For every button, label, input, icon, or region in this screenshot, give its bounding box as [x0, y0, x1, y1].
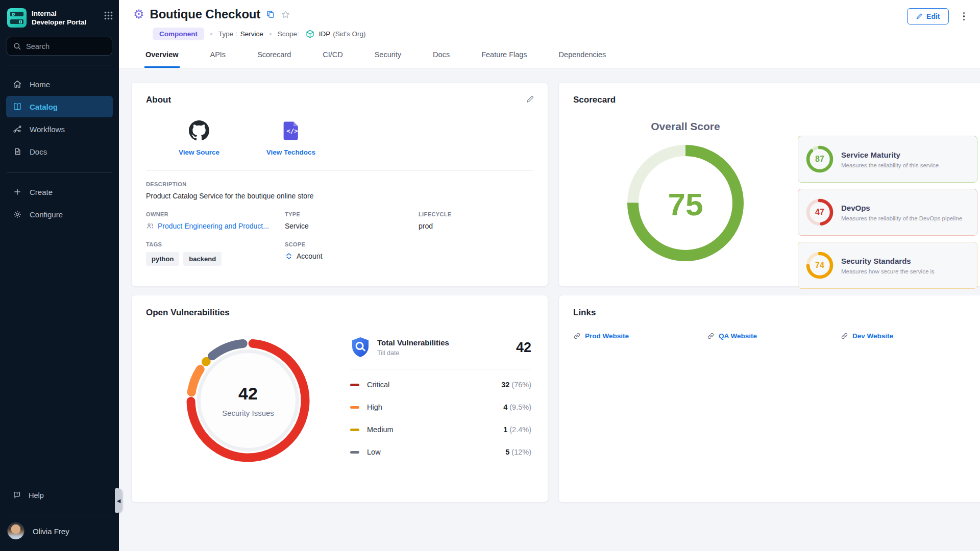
- sidebar-divider: [7, 172, 112, 173]
- scope-value: IDP: [319, 30, 331, 38]
- qa-website-link[interactable]: QA Website: [707, 332, 841, 340]
- about-card: About View Source </> View Techdocs: [131, 82, 548, 287]
- svg-text:?: ?: [16, 492, 18, 496]
- edit-button[interactable]: Edit: [907, 8, 948, 24]
- search-placeholder: Search: [26, 42, 50, 51]
- plus-icon: [13, 187, 22, 196]
- sidebar-item-home[interactable]: Home: [6, 73, 113, 95]
- overall-score-block: Overall Score 75: [573, 111, 798, 289]
- catalog-icon: [13, 102, 22, 111]
- scope-org: (Sid's Org): [333, 30, 365, 38]
- high-swatch: [350, 406, 359, 409]
- cube-icon: [305, 29, 315, 39]
- scorecard-item-service-maturity[interactable]: 87 Service Maturity Measures the reliabi…: [798, 136, 977, 183]
- mini-donut: 47: [805, 198, 834, 227]
- critical-swatch: [350, 384, 359, 386]
- sidebar-item-catalog[interactable]: Catalog: [6, 96, 113, 117]
- dev-website-link[interactable]: Dev Website: [841, 332, 977, 340]
- sidebar-divider: [7, 65, 112, 65]
- tab-security[interactable]: Security: [374, 51, 402, 68]
- tab-bar: Overview APIs Scorecard CI/CD Security D…: [144, 51, 980, 68]
- tag-chip[interactable]: backend: [183, 252, 222, 266]
- techdocs-icon: </>: [281, 134, 301, 142]
- divider: [350, 369, 531, 369]
- tab-feature-flags[interactable]: Feature Flags: [480, 51, 528, 68]
- divider: [146, 170, 533, 171]
- search-input[interactable]: Search: [7, 37, 112, 56]
- svg-text:</>: </>: [286, 127, 298, 135]
- github-icon: [189, 134, 209, 142]
- avatar: [7, 522, 24, 540]
- sidebar-item-workflows[interactable]: Workflows: [6, 118, 113, 140]
- scorecard-card: Scorecard Overall Score 75 87: [558, 82, 980, 287]
- app-logo: [7, 8, 27, 28]
- link-icon: [841, 332, 848, 340]
- tags-field: TAGS python backend: [146, 241, 285, 266]
- edit-about-icon[interactable]: [526, 95, 534, 106]
- gear-icon: [13, 210, 22, 219]
- type-label: Type :: [218, 30, 237, 38]
- sidebar-item-docs[interactable]: Docs: [6, 141, 113, 162]
- group-icon: [146, 222, 154, 230]
- prod-website-link[interactable]: Prod Website: [573, 332, 707, 340]
- account-scope-icon: [285, 252, 293, 260]
- mini-donut: 74: [805, 251, 834, 280]
- sidebar-collapse-handle[interactable]: ◀: [115, 488, 122, 513]
- scorecard-item-devops[interactable]: 47 DevOps Measures the reliability of th…: [798, 189, 977, 236]
- user-menu[interactable]: Olivia Frey: [0, 515, 119, 551]
- type-field: TYPE Service: [285, 211, 419, 230]
- vulnerabilities-card: Open Vulnerabilities 42 Security Issues: [131, 295, 548, 503]
- user-name: Olivia Frey: [33, 527, 69, 536]
- docs-icon: [13, 147, 22, 156]
- tab-docs[interactable]: Docs: [432, 51, 451, 68]
- links-card: Links Prod Website QA Website: [558, 295, 980, 503]
- copy-icon[interactable]: [266, 10, 275, 19]
- mini-donut: 87: [805, 145, 834, 173]
- sidebar-item-create[interactable]: Create: [6, 181, 113, 203]
- description-field: DESCRIPTION Product Catalog Service for …: [146, 181, 533, 200]
- tab-apis[interactable]: APIs: [209, 51, 227, 68]
- tag-chip[interactable]: python: [146, 252, 179, 266]
- overall-score-donut: 75: [626, 144, 745, 264]
- legend-row-critical: Critical 32 (76%): [350, 373, 531, 396]
- sidebar-item-configure[interactable]: Configure: [6, 204, 113, 225]
- sidebar-actions: Create Configure: [0, 180, 119, 226]
- owner-field: OWNER Product Engineering and Product...: [146, 211, 285, 230]
- home-icon: [13, 80, 22, 89]
- lifecycle-field: LIFECYCLE prod: [419, 211, 533, 230]
- apps-grid-icon[interactable]: [104, 8, 113, 22]
- vulnerabilities-donut: 42 Security Issues: [181, 333, 315, 468]
- sidebar-nav: Home Catalog Workflows Docs: [0, 72, 119, 163]
- about-title: About: [146, 95, 533, 105]
- scorecard-item-security-standards[interactable]: 74 Security Standards Measures how secur…: [798, 242, 977, 289]
- workflows-icon: [13, 124, 22, 134]
- star-icon[interactable]: [281, 10, 290, 19]
- legend-row-medium: Medium 1 (2.4%): [350, 418, 531, 441]
- search-icon: [13, 42, 21, 51]
- tab-dependencies[interactable]: Dependencies: [558, 51, 607, 68]
- legend-row-low: Low 5 (12%): [350, 441, 531, 463]
- view-source-link[interactable]: View Source: [169, 120, 229, 156]
- more-options-button[interactable]: [961, 10, 967, 23]
- sidebar-item-help[interactable]: ? Help: [0, 485, 119, 506]
- separator-dot: [210, 33, 212, 35]
- owner-link[interactable]: Product Engineering and Product...: [146, 222, 285, 230]
- type-value: Service: [240, 30, 263, 38]
- scope-field: SCOPE Account: [285, 241, 419, 266]
- scorecard-title: Scorecard: [573, 95, 977, 105]
- tab-scorecard[interactable]: Scorecard: [256, 51, 292, 68]
- chevron-left-icon: ◀: [117, 498, 121, 504]
- low-swatch: [350, 451, 359, 454]
- link-icon: [707, 332, 715, 340]
- tab-cicd[interactable]: CI/CD: [322, 51, 344, 68]
- app-title: Internal Developer Portal: [32, 8, 99, 27]
- sidebar: Internal Developer Portal Search: [0, 0, 119, 551]
- page-header: ⚙ Boutique Checkout Edit Component Type …: [119, 0, 980, 68]
- scope-label: Scope:: [278, 30, 299, 38]
- kind-badge: Component: [153, 28, 204, 40]
- tab-overview[interactable]: Overview: [144, 51, 180, 68]
- links-title: Links: [573, 308, 977, 318]
- page-title: Boutique Checkout: [150, 7, 261, 21]
- view-techdocs-link[interactable]: </> View Techdocs: [261, 120, 321, 156]
- legend-row-high: High 4 (9.5%): [350, 396, 531, 418]
